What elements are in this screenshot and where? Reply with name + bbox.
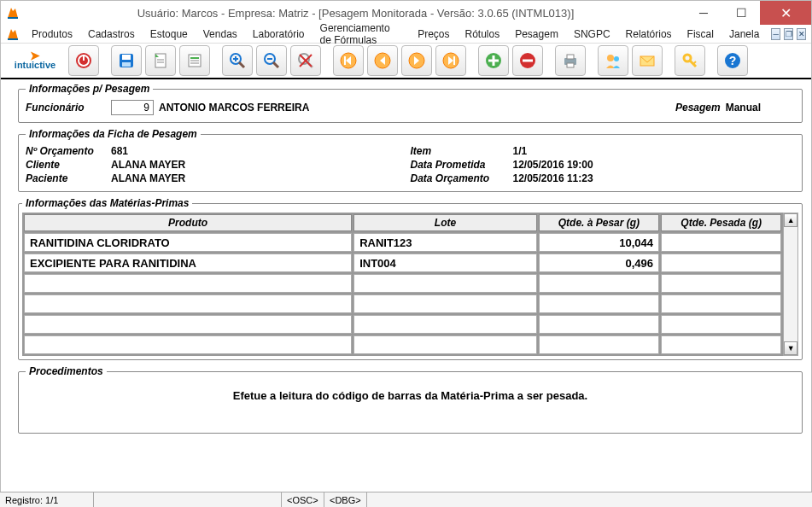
- funcionario-id-input[interactable]: [111, 100, 154, 115]
- svg-rect-39: [567, 63, 574, 67]
- cell-lote[interactable]: RANIT123: [353, 233, 537, 252]
- cell-produto[interactable]: EXCIPIENTE PARA RANITIDINA: [24, 253, 352, 272]
- app-logo-icon: [6, 6, 20, 20]
- scroll-down-icon[interactable]: ▼: [784, 341, 797, 355]
- svg-rect-38: [567, 55, 574, 59]
- scroll-up-icon[interactable]: ▲: [784, 213, 797, 227]
- info-pesagem-legend: Informações p/ Pesagem: [26, 83, 153, 95]
- cell-lote[interactable]: INT004: [353, 253, 537, 272]
- nav-prev-button[interactable]: [367, 45, 398, 76]
- close-button[interactable]: ✕: [760, 1, 811, 25]
- cell-lote[interactable]: [353, 315, 537, 334]
- status-empty: [94, 492, 282, 507]
- zoom-in-button[interactable]: [222, 45, 253, 76]
- zoom-cancel-button[interactable]: [290, 45, 321, 76]
- cell-qtde-pesar[interactable]: [539, 294, 659, 313]
- menu-fiscal[interactable]: Fiscal: [681, 26, 721, 42]
- data-prom-label: Data Prometida: [411, 159, 513, 171]
- grid-scrollbar[interactable]: ▲ ▼: [783, 213, 798, 356]
- col-lote[interactable]: Lote: [353, 214, 537, 231]
- cell-qtde-pesada[interactable]: [661, 233, 781, 252]
- menu-laboratorio[interactable]: Laboratório: [246, 26, 312, 42]
- cell-lote[interactable]: [353, 274, 537, 293]
- document-button[interactable]: [145, 45, 176, 76]
- menu-estoque[interactable]: Estoque: [143, 26, 195, 42]
- menu-precos[interactable]: Preços: [411, 26, 456, 42]
- cell-produto[interactable]: [24, 315, 352, 334]
- cell-qtde-pesada[interactable]: [661, 294, 781, 313]
- col-produto[interactable]: Produto: [24, 214, 352, 231]
- menu-produtos[interactable]: Produtos: [25, 26, 79, 42]
- key-button[interactable]: [675, 45, 705, 76]
- menu-rotulos[interactable]: Rótulos: [459, 26, 507, 42]
- status-osc: <OSC>: [282, 492, 324, 507]
- menu-pesagem[interactable]: Pesagem: [508, 26, 565, 42]
- mdi-minimize-button[interactable]: ─: [771, 28, 780, 40]
- list-button[interactable]: [179, 45, 210, 76]
- item-value: 1/1: [513, 145, 528, 157]
- cell-qtde-pesar[interactable]: [539, 315, 659, 334]
- cell-produto[interactable]: [24, 294, 352, 313]
- menu-cadastros[interactable]: Cadastros: [81, 26, 142, 42]
- add-button[interactable]: [478, 45, 509, 76]
- menu-sngpc[interactable]: SNGPC: [567, 26, 617, 42]
- materias-grid[interactable]: Produto Lote Qtde. à Pesar (g) Qtde. Pes…: [22, 213, 783, 356]
- cliente-label: Cliente: [26, 159, 111, 171]
- cell-lote[interactable]: [353, 294, 537, 313]
- col-qtde-pesada[interactable]: Qtde. Pesada (g): [661, 214, 781, 231]
- menu-relatorios[interactable]: Relatórios: [619, 26, 679, 42]
- procedimentos-legend: Procedimentos: [26, 365, 107, 377]
- power-button[interactable]: [68, 45, 99, 76]
- help-button[interactable]: ?: [717, 45, 748, 76]
- minimize-button[interactable]: ─: [685, 1, 722, 25]
- svg-point-43: [684, 55, 691, 61]
- ficha-legend: Informações da Ficha de Pesagem: [26, 128, 201, 140]
- table-row[interactable]: RANITIDINA CLORIDRATORANIT12310,044: [24, 233, 781, 252]
- remove-button[interactable]: [512, 45, 543, 76]
- table-row[interactable]: [24, 274, 781, 293]
- procedimentos-fieldset: Procedimentos Efetue a leitura do código…: [18, 365, 803, 434]
- mdi-restore-button[interactable]: ❐: [784, 28, 793, 40]
- menu-formulas[interactable]: Gerenciamento de Fórmulas: [313, 20, 410, 48]
- nav-last-button[interactable]: [435, 45, 466, 76]
- mail-button[interactable]: [632, 45, 663, 76]
- print-button[interactable]: [555, 45, 586, 76]
- svg-point-40: [607, 55, 614, 61]
- cell-qtde-pesada[interactable]: [661, 253, 781, 272]
- cell-lote[interactable]: [353, 335, 537, 354]
- paciente-value: ALANA MAYER: [111, 172, 185, 184]
- menubar: Produtos Cadastros Estoque Vendas Labora…: [1, 25, 811, 44]
- statusbar: Registro: 1/1 <OSC> <DBG>: [0, 492, 812, 507]
- cell-produto[interactable]: RANITIDINA CLORIDRATO: [24, 233, 352, 252]
- data-prom-value: 12/05/2016 19:00: [513, 159, 593, 171]
- cell-qtde-pesar[interactable]: [539, 335, 659, 354]
- col-qtde-pesar[interactable]: Qtde. à Pesar (g): [539, 214, 659, 231]
- zoom-out-button[interactable]: [256, 45, 287, 76]
- funcionario-label: Funcionário: [26, 102, 111, 114]
- table-row[interactable]: EXCIPIENTE PARA RANITIDINAINT0040,496: [24, 253, 781, 272]
- cell-produto[interactable]: [24, 335, 352, 354]
- nav-next-button[interactable]: [401, 45, 432, 76]
- menu-janela[interactable]: Janela: [722, 26, 766, 42]
- table-row[interactable]: [24, 335, 781, 354]
- table-row[interactable]: [24, 315, 781, 334]
- cell-qtde-pesada[interactable]: [661, 274, 781, 293]
- table-row[interactable]: [24, 294, 781, 313]
- cell-qtde-pesar[interactable]: [539, 274, 659, 293]
- cell-produto[interactable]: [24, 274, 352, 293]
- svg-line-20: [273, 62, 278, 67]
- svg-rect-31: [453, 56, 455, 65]
- svg-line-45: [693, 61, 696, 64]
- mdi-close-button[interactable]: ✕: [797, 28, 806, 40]
- cell-qtde-pesada[interactable]: [661, 335, 781, 354]
- menu-vendas[interactable]: Vendas: [196, 26, 244, 42]
- cell-qtde-pesar[interactable]: 0,496: [539, 253, 659, 272]
- window-title: Usuário: Marcos - Empresa: Matriz - [Pes…: [26, 7, 685, 20]
- pesagem-label: Pesagem: [675, 102, 721, 114]
- users-button[interactable]: [598, 45, 628, 76]
- cell-qtde-pesada[interactable]: [661, 315, 781, 334]
- cell-qtde-pesar[interactable]: 10,044: [539, 233, 659, 252]
- nav-first-button[interactable]: [333, 45, 364, 76]
- maximize-button[interactable]: ☐: [722, 1, 760, 25]
- save-button[interactable]: [111, 45, 142, 76]
